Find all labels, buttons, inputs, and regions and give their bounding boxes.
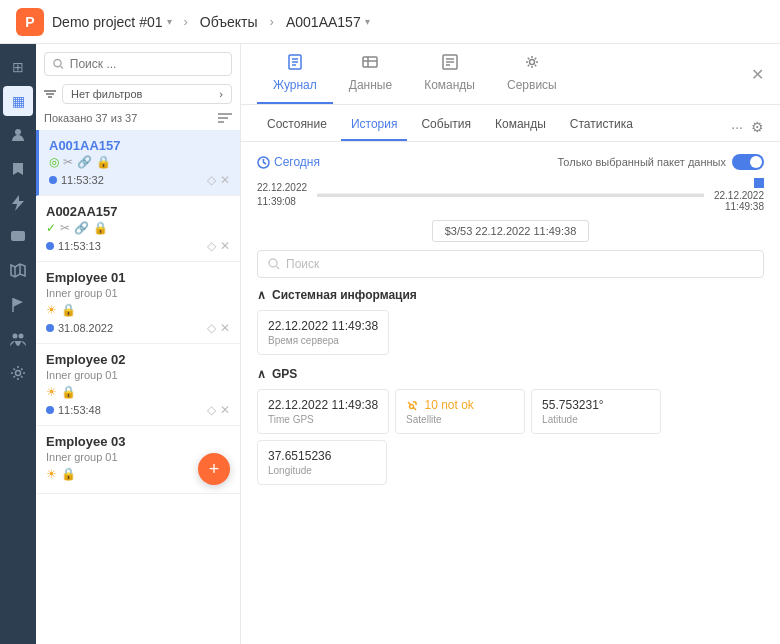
sidebar-icon-map[interactable] (3, 256, 33, 286)
data-card: 22.12.2022 11:49:38 Время сервера (257, 310, 389, 355)
tab-journal[interactable]: Журнал (257, 44, 333, 104)
close-panel-button[interactable]: ✕ (751, 65, 764, 84)
tool-icon: ✂ (63, 155, 73, 169)
subtab-history[interactable]: История (341, 113, 408, 141)
close-small-icon[interactable]: ✕ (220, 239, 230, 253)
detail-panel: Журнал Данные Команды (241, 44, 780, 644)
filter-bar: Нет фильтров › (36, 84, 240, 110)
history-controls: Сегодня Только выбранный пакет данных (257, 154, 764, 170)
timeline-bar (317, 194, 704, 197)
lock-icon: 🔒 (61, 385, 76, 399)
tab-services[interactable]: Сервисы (491, 44, 573, 104)
sun-icon: ☀ (46, 303, 57, 317)
subtab-statistics[interactable]: Статистика (560, 113, 643, 141)
filter-icon (44, 89, 56, 99)
section-link[interactable]: Объекты (200, 14, 258, 30)
today-button[interactable]: Сегодня (257, 155, 320, 169)
status-icon: ✓ (46, 221, 56, 235)
toggle-wrap: Только выбранный пакет данных (558, 154, 765, 170)
list-item[interactable]: A002AA157 ✓ ✂ 🔗 🔒 11:53:13 ◇ (36, 196, 240, 262)
status-dot (49, 176, 57, 184)
sort-icon[interactable] (218, 112, 232, 124)
lock-icon: 🔒 (61, 467, 76, 481)
timeline-end-dot (754, 178, 764, 188)
search-bar (36, 44, 240, 84)
sun-icon: ☀ (46, 385, 57, 399)
tab-data[interactable]: Данные (333, 44, 408, 104)
clock-icon (257, 156, 270, 169)
diamond-icon[interactable]: ◇ (207, 173, 216, 187)
sidebar-icon-chat[interactable] (3, 222, 33, 252)
link-icon: 🔗 (74, 221, 89, 235)
tab-commands[interactable]: Команды (408, 44, 491, 104)
list-item[interactable]: Employee 01 Inner group 01 ☀ 🔒 31.08.202… (36, 262, 240, 344)
diamond-icon[interactable]: ◇ (207, 403, 216, 417)
timeline-end: 22.12.2022 11:49:38 (714, 178, 764, 212)
svg-point-9 (54, 59, 61, 66)
journal-icon (287, 54, 303, 74)
app-logo: P (16, 8, 44, 36)
section-header-system[interactable]: ∧ Системная информация (257, 288, 764, 302)
detail-tabs-top: Журнал Данные Команды (241, 44, 780, 105)
close-small-icon[interactable]: ✕ (220, 403, 230, 417)
data-icon (362, 54, 378, 74)
link-icon: 🔗 (77, 155, 92, 169)
diamond-icon[interactable]: ◇ (207, 239, 216, 253)
packet-toggle[interactable] (732, 154, 764, 170)
gps-section: ∧ GPS 22.12.2022 11:49:38 Time GPS 10 no… (257, 367, 764, 485)
system-info-section: ∧ Системная информация 22.12.2022 11:49:… (257, 288, 764, 355)
list-item[interactable]: A001AA157 ◎ ✂ 🔗 🔒 11:53:32 ◇ (36, 130, 240, 196)
data-card-latitude: 55.753231° Latitude (531, 389, 661, 434)
subtab-commands[interactable]: Команды (485, 113, 556, 141)
top-bar: P Demo project #01 ▾ › Объекты › A001AA1… (0, 0, 780, 44)
breadcrumb-separator2: › (270, 14, 274, 29)
sidebar-icon-flag[interactable] (3, 290, 33, 320)
filter-chevron-icon: › (219, 88, 223, 100)
sidebar-icon-settings[interactable] (3, 358, 33, 388)
sidebar-icon-layers[interactable]: ⊞ (3, 52, 33, 82)
subtab-status[interactable]: Состояние (257, 113, 337, 141)
svg-marker-2 (11, 264, 25, 277)
search-input[interactable] (70, 57, 223, 71)
sidebar-icon-bookmark[interactable] (3, 154, 33, 184)
svg-point-7 (19, 334, 24, 339)
object-id-link[interactable]: A001AA157 ▾ (286, 14, 370, 30)
count-bar: Показано 37 из 37 (36, 110, 240, 130)
status-icon: ◎ (49, 155, 59, 169)
subtab-gear-icon[interactable]: ⚙ (751, 119, 764, 135)
subtab-more-button[interactable]: ··· (731, 119, 743, 135)
sidebar-icon-people[interactable] (3, 120, 33, 150)
list-item[interactable]: Employee 03 Inner group 01 ☀ 🔒 + (36, 426, 240, 494)
section-header-gps[interactable]: ∧ GPS (257, 367, 764, 381)
close-small-icon[interactable]: ✕ (220, 321, 230, 335)
sidebar-icon-lightning[interactable] (3, 188, 33, 218)
svg-point-0 (15, 129, 21, 135)
list-item[interactable]: Employee 02 Inner group 01 ☀ 🔒 11:53:48 … (36, 344, 240, 426)
svg-rect-1 (11, 231, 25, 241)
search-wrap[interactable] (44, 52, 232, 76)
lock-icon: 🔒 (93, 221, 108, 235)
filter-button[interactable]: Нет фильтров › (62, 84, 232, 104)
search-icon (53, 58, 64, 70)
close-small-icon[interactable]: ✕ (220, 173, 230, 187)
packet-label[interactable]: $3/53 22.12.2022 11:49:38 (432, 220, 590, 242)
inline-search[interactable]: Поиск (257, 250, 764, 278)
add-fab-button[interactable]: + (198, 453, 230, 485)
sub-tabs: Состояние История События Команды Статис… (241, 105, 780, 142)
diamond-icon[interactable]: ◇ (207, 321, 216, 335)
sidebar-icon-grid[interactable]: ▦ (3, 86, 33, 116)
project-selector[interactable]: Demo project #01 ▾ (52, 14, 172, 30)
packet-label-row: $3/53 22.12.2022 11:49:38 (257, 220, 764, 242)
svg-rect-21 (363, 57, 377, 67)
tool-icon: ✂ (60, 221, 70, 235)
svg-point-8 (16, 371, 21, 376)
svg-point-6 (13, 334, 18, 339)
commands-icon (442, 54, 458, 74)
svg-line-31 (277, 267, 280, 270)
detail-content: Сегодня Только выбранный пакет данных 22… (241, 142, 780, 644)
data-card-time-gps: 22.12.2022 11:49:38 Time GPS (257, 389, 389, 434)
sidebar-icon-users[interactable] (3, 324, 33, 354)
subtab-events[interactable]: События (411, 113, 481, 141)
section-chevron-icon: ∧ (257, 288, 266, 302)
object-chevron-icon: ▾ (365, 16, 370, 27)
